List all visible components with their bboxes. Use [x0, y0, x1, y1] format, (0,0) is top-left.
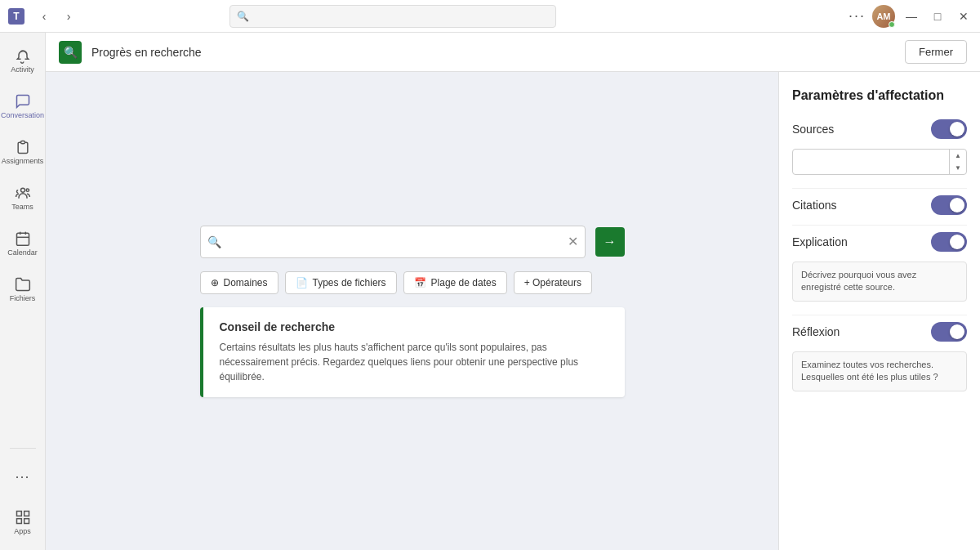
progress-icon: 🔍 [59, 41, 82, 64]
tip-title: Conseil de recherche [220, 320, 608, 333]
title-bar: T ‹ › 🔍 Recherche ··· AM — □ ✕ [0, 0, 980, 33]
svg-rect-8 [16, 512, 21, 516]
nav-forward-button[interactable]: › [57, 5, 80, 28]
citations-row: Citations [792, 195, 967, 215]
title-search-input[interactable]: Recherche [252, 10, 549, 22]
sidebar-item-teams[interactable]: Teams [2, 177, 44, 219]
search-input-icon: 🔍 [207, 235, 221, 248]
filter-domaines-button[interactable]: ⊕ Domaines [200, 271, 278, 294]
sidebar-fichiers-label: Fichiers [10, 294, 36, 302]
minimize-button[interactable]: — [902, 7, 921, 26]
explication-text: Décrivez pourquoi vous avez enregistré c… [792, 262, 967, 302]
filter-operators-button[interactable]: + Opérateurs [514, 271, 592, 294]
filter-types-button[interactable]: 📄 Types de fichiers [285, 271, 397, 294]
sidebar-item-fichiers[interactable]: Fichiers [2, 268, 44, 311]
sidebar-item-conversation[interactable]: Conversation [2, 85, 44, 127]
search-clear-button[interactable]: ✕ [568, 234, 578, 249]
filter-row: ⊕ Domaines 📄 Types de fichiers 📅 Plage d… [200, 271, 625, 294]
close-button[interactable]: ✕ [954, 7, 973, 26]
progress-title: Progrès en recherche [91, 46, 895, 59]
sidebar-divider [10, 448, 36, 449]
title-search-icon: 🔍 [237, 11, 249, 22]
maximize-button[interactable]: □ [928, 7, 947, 26]
search-input[interactable]: ce que mangent les astronautes [228, 235, 561, 248]
search-go-icon: → [604, 235, 617, 249]
explication-toggle[interactable] [931, 232, 967, 252]
avatar-status [889, 21, 895, 28]
more-options-button[interactable]: ··· [849, 7, 866, 25]
sidebar-item-calendar[interactable]: Calendar [2, 222, 44, 265]
main-content: 🔍 ce que mangent les astronautes ✕ → ⊕ D… [46, 72, 980, 550]
divider-3 [792, 315, 967, 315]
sidebar-item-more[interactable]: ··· [2, 455, 44, 498]
explication-row: Explication [792, 232, 967, 252]
svg-point-2 [20, 188, 24, 192]
reflexion-row: Réflexion [792, 322, 967, 342]
top-bar: 🔍 Progrès en recherche Fermer [46, 33, 980, 72]
spinner-down-button[interactable]: ▼ [950, 162, 966, 174]
sources-value-input[interactable]: 5 [793, 156, 949, 168]
title-bar-right: ··· AM — □ ✕ [849, 5, 973, 28]
chat-icon [15, 93, 31, 110]
sidebar-item-assignments[interactable]: Assignments [2, 131, 44, 173]
sidebar-apps-label: Apps [14, 527, 31, 535]
teams-icon [15, 185, 31, 201]
sources-row: Sources [792, 119, 967, 139]
sources-label: Sources [792, 123, 834, 136]
sidebar-item-activity[interactable]: Activity [2, 39, 44, 82]
right-panel: Paramètres d'affectation Sources 5 ▲ ▼ [778, 72, 980, 550]
sidebar-teams-label: Teams [11, 203, 33, 211]
reflexion-label: Réflexion [792, 325, 840, 338]
bell-icon [15, 47, 31, 64]
panel-title: Paramètres d'affectation [792, 88, 967, 103]
folder-icon [15, 276, 31, 293]
more-icon: ··· [15, 468, 29, 485]
nav-back-button[interactable]: ‹ [33, 5, 56, 28]
dates-icon: 📅 [414, 277, 426, 288]
operators-label: + Opérateurs [524, 277, 581, 288]
types-icon: 📄 [296, 277, 308, 288]
reflexion-toggle[interactable] [931, 322, 967, 342]
sidebar-calendar-label: Calendar [7, 248, 38, 257]
types-label: Types de fichiers [313, 277, 386, 288]
tip-card: Conseil de recherche Certains résultats … [200, 307, 625, 397]
sidebar-activity-label: Activity [11, 65, 34, 74]
explication-label: Explication [792, 235, 848, 248]
svg-text:T: T [13, 11, 20, 22]
sidebar-conversation-label: Conversation [1, 111, 44, 119]
tip-text: Certains résultats les plus hauts s'affi… [220, 340, 608, 384]
svg-rect-11 [24, 519, 29, 524]
filter-dates-button[interactable]: 📅 Plage de dates [403, 271, 507, 294]
svg-point-3 [26, 189, 29, 191]
sources-toggle[interactable] [931, 119, 967, 139]
avatar[interactable]: AM [872, 5, 895, 28]
dates-label: Plage de dates [431, 277, 497, 288]
sources-spinner[interactable]: 5 ▲ ▼ [792, 149, 967, 175]
calendar-icon [15, 230, 31, 247]
domaines-icon: ⊕ [211, 277, 219, 288]
citations-toggle[interactable] [931, 195, 967, 215]
title-search-bar[interactable]: 🔍 Recherche [229, 5, 556, 28]
sidebar: Activity Conversation Assignments Teams [0, 33, 46, 550]
nav-buttons: ‹ › [33, 5, 80, 28]
reflexion-text: Examinez toutes vos recherches. Lesquell… [792, 351, 967, 391]
search-panel: 🔍 ce que mangent les astronautes ✕ → ⊕ D… [46, 72, 778, 550]
apps-icon [15, 509, 31, 525]
fermer-button[interactable]: Fermer [905, 40, 967, 64]
search-input-container: 🔍 ce que mangent les astronautes ✕ [200, 226, 586, 258]
sidebar-assignments-label: Assignments [2, 157, 44, 165]
teams-logo: T [7, 7, 26, 26]
clipboard-icon [15, 139, 31, 155]
domaines-label: Domaines [224, 277, 268, 288]
citations-label: Citations [792, 199, 836, 212]
main-layout: Activity Conversation Assignments Teams [0, 33, 980, 550]
svg-rect-4 [16, 233, 29, 245]
spinner-up-button[interactable]: ▲ [950, 150, 966, 162]
svg-rect-9 [24, 512, 29, 516]
search-go-button[interactable]: → [595, 227, 625, 257]
spinner-arrows: ▲ ▼ [949, 150, 966, 174]
search-row: 🔍 ce que mangent les astronautes ✕ → [200, 226, 625, 258]
sidebar-item-apps[interactable]: Apps [2, 501, 44, 543]
content-area: 🔍 Progrès en recherche Fermer 🔍 ce que m… [46, 33, 980, 550]
divider-2 [792, 225, 967, 226]
